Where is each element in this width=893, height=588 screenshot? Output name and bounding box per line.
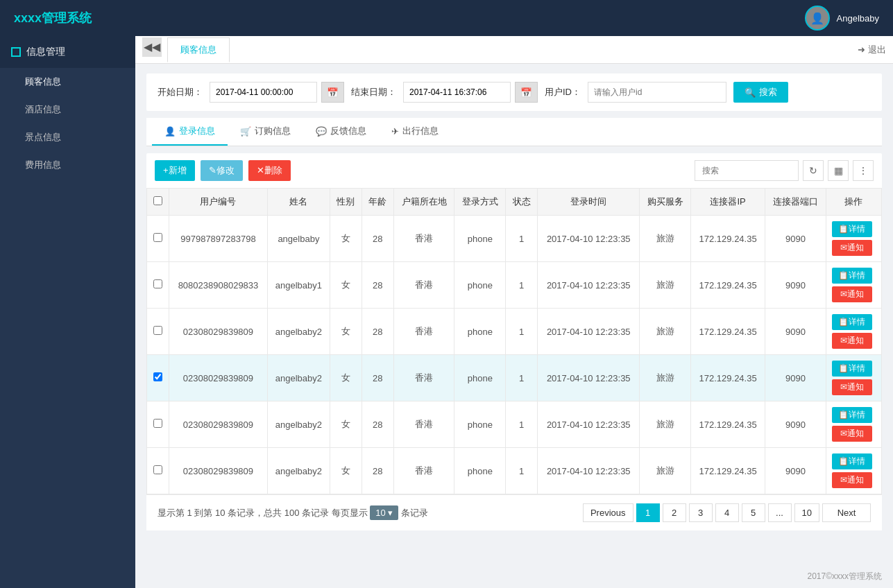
row-actions: 📋详情 ✉通知 [826, 216, 881, 262]
select-all-checkbox[interactable] [153, 196, 162, 205]
row-name: angelbaby [267, 216, 330, 262]
logout-btn[interactable]: ➜ 退出 [858, 44, 886, 56]
row-login-method: phone [454, 448, 506, 494]
row-id[interactable]: 02308029839809 [169, 401, 268, 448]
sub-tab-feedback[interactable]: 💬 反馈信息 [303, 118, 379, 146]
notify-btn[interactable]: ✉通知 [832, 240, 872, 256]
start-date-label: 开始日期： [158, 86, 203, 98]
prev-btn[interactable]: Previous [583, 503, 633, 522]
detail-btn[interactable]: 📋详情 [832, 268, 872, 284]
sidebar-item-customers[interactable]: 顾客信息 [0, 68, 135, 96]
row-actions: 📋详情 ✉通知 [826, 262, 881, 309]
sidebar-item-attractions[interactable]: 景点信息 [0, 123, 135, 151]
logout-arrow: ➜ [858, 44, 865, 55]
delete-btn[interactable]: ✕删除 [248, 160, 291, 181]
notify-btn[interactable]: ✉通知 [832, 426, 872, 442]
page-btn-10[interactable]: 10 [794, 503, 819, 522]
tab-customer-info[interactable]: 顾客信息 [167, 37, 230, 62]
sub-tab-login[interactable]: 👤 登录信息 [152, 118, 228, 146]
search-btn[interactable]: 🔍 搜索 [733, 82, 788, 103]
edit-btn[interactable]: ✎修改 [201, 160, 243, 181]
page-size-btn[interactable]: 10 ▾ [370, 505, 398, 520]
page-btn-4[interactable]: 4 [715, 503, 739, 522]
page-btn-5[interactable]: 5 [742, 503, 765, 522]
row-name: angelbaby2 [267, 448, 330, 494]
row-checkbox-input[interactable] [153, 419, 162, 428]
sidebar-toggle-btn[interactable]: ◀◀ [142, 37, 162, 57]
add-btn[interactable]: +新增 [155, 160, 195, 181]
table-row: 997987897283798 angelbaby 女 28 香港 phone … [147, 216, 882, 262]
logo: xxxx管理系统 [14, 10, 92, 26]
row-gender: 女 [330, 401, 362, 448]
row-checkbox-input[interactable] [153, 326, 162, 335]
row-checkbox[interactable] [147, 401, 169, 448]
sub-tab-order[interactable]: 🛒 订购信息 [228, 118, 303, 146]
grid-btn[interactable]: ▦ [828, 160, 849, 181]
row-login-time: 2017-04-10 12:23:35 [538, 401, 640, 448]
sidebar-item-hotels[interactable]: 酒店信息 [0, 96, 135, 123]
page-btn-1[interactable]: 1 [636, 503, 660, 522]
sub-tab-travel[interactable]: ✈ 出行信息 [379, 118, 451, 146]
toolbar-left: +新增 ✎修改 ✕删除 [155, 160, 291, 181]
refresh-btn[interactable]: ↻ [803, 160, 824, 181]
sidebar-item-costs[interactable]: 费用信息 [0, 151, 135, 179]
next-btn[interactable]: Next [822, 503, 871, 522]
row-checkbox[interactable] [147, 448, 169, 494]
columns-btn[interactable]: ⋮ [853, 160, 874, 181]
person-icon: 👤 [164, 126, 176, 137]
userid-input[interactable] [588, 82, 726, 103]
start-date-input[interactable] [210, 82, 317, 103]
row-login-time: 2017-04-10 12:23:35 [538, 448, 640, 494]
row-checkbox-input[interactable] [153, 465, 162, 474]
col-status: 状态 [506, 189, 538, 216]
page-btn-2[interactable]: 2 [663, 503, 686, 522]
row-checkbox-input[interactable] [153, 233, 162, 242]
content-area: 开始日期： 📅 结束日期： 📅 用户ID： 🔍 搜索 👤 登录信息 [135, 64, 893, 565]
row-checkbox[interactable] [147, 309, 169, 355]
main-content: ◀◀ 顾客信息 ➜ 退出 开始日期： 📅 结束日期： 📅 用户ID： [135, 36, 893, 588]
row-checkbox-input[interactable] [153, 372, 162, 381]
start-date-calendar-btn[interactable]: 📅 [321, 82, 344, 103]
row-id[interactable]: 02308029839809 [169, 355, 268, 401]
row-status: 1 [506, 216, 538, 262]
table-search-input[interactable] [695, 160, 799, 181]
data-table: 用户编号 姓名 性别 年龄 户籍所在地 登录方式 状态 登录时间 购买服务 连接… [146, 188, 882, 494]
detail-btn[interactable]: 📋详情 [832, 221, 872, 237]
top-header: xxxx管理系统 👤 Angelbaby [0, 0, 893, 36]
row-location: 香港 [393, 355, 454, 401]
row-login-time: 2017-04-10 12:23:35 [538, 355, 640, 401]
row-service: 旅游 [640, 401, 691, 448]
col-action: 操作 [826, 189, 881, 216]
row-checkbox[interactable] [147, 216, 169, 262]
end-date-calendar-btn[interactable]: 📅 [515, 82, 538, 103]
row-ip: 172.129.24.35 [691, 262, 765, 309]
row-id[interactable]: 02308029839809 [169, 309, 268, 355]
notify-btn[interactable]: ✉通知 [832, 379, 872, 395]
detail-btn[interactable]: 📋详情 [832, 361, 872, 377]
table-row: 02308029839809 angelbaby2 女 28 香港 phone … [147, 309, 882, 355]
plane-icon: ✈ [391, 126, 399, 137]
notify-btn[interactable]: ✉通知 [832, 472, 872, 488]
end-date-input[interactable] [403, 82, 511, 103]
row-checkbox-input[interactable] [153, 279, 162, 288]
row-login-method: phone [454, 401, 506, 448]
notify-btn[interactable]: ✉通知 [832, 286, 872, 302]
col-age: 年龄 [362, 189, 393, 216]
row-login-time: 2017-04-10 12:23:35 [538, 262, 640, 309]
page-btn-3[interactable]: 3 [689, 503, 713, 522]
col-login-method: 登录方式 [454, 189, 506, 216]
row-id[interactable]: 997987897283798 [169, 216, 268, 262]
row-id[interactable]: 02308029839809 [169, 448, 268, 494]
page-btn-...[interactable]: ... [768, 503, 792, 522]
detail-btn[interactable]: 📋详情 [832, 453, 872, 469]
detail-btn[interactable]: 📋详情 [832, 407, 872, 423]
row-location: 香港 [393, 216, 454, 262]
pagination-btns: Previous12345...10Next [583, 503, 871, 522]
row-service: 旅游 [640, 216, 691, 262]
row-checkbox[interactable] [147, 262, 169, 309]
detail-btn[interactable]: 📋详情 [832, 314, 872, 330]
notify-btn[interactable]: ✉通知 [832, 333, 872, 349]
row-checkbox[interactable] [147, 355, 169, 401]
table-row: 8080238908029833 angelbaby1 女 28 香港 phon… [147, 262, 882, 309]
row-id[interactable]: 8080238908029833 [169, 262, 268, 309]
